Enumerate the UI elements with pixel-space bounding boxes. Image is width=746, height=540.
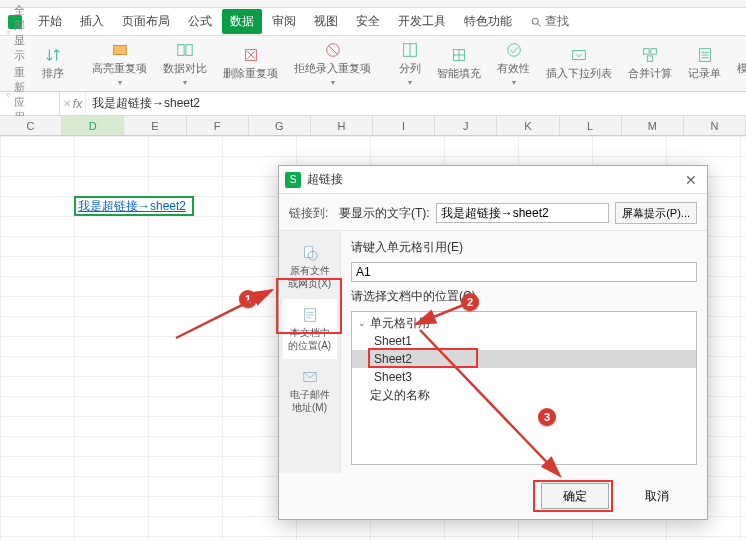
fx-button[interactable]: ✕fx [60,92,86,115]
globe-file-icon [301,244,319,262]
col-E[interactable]: E [124,116,186,135]
tree-node-sheet2[interactable]: Sheet2 [352,350,696,368]
column-headers: C D E F G H I J K L M N [0,116,746,136]
svg-rect-14 [573,51,586,60]
col-L[interactable]: L [560,116,622,135]
validity-icon [505,41,523,59]
show-all-button[interactable]: 全部显示 [6,3,32,63]
location-tree[interactable]: ⌄ 单元格引用 Sheet1 Sheet2 Sheet3 [351,311,697,465]
cellref-input[interactable] [351,262,697,282]
formula-bar: ✕fx 我是超链接→sheet2 [0,92,746,116]
cancel-x-icon: ✕ [63,98,71,109]
highlight-icon [111,41,129,59]
screen-tip-button[interactable]: 屏幕提示(P)... [615,202,697,224]
tree-sheet1-label: Sheet1 [374,334,412,348]
sort-label: 排序 [42,66,64,81]
split-button[interactable]: 分列▾ [393,39,427,89]
tree-node-cell-reference[interactable]: ⌄ 单元格引用 [352,314,696,332]
hyperlink-dialog: S 超链接 ✕ 链接到: 要显示的文字(T): 屏幕提示(P)... 原有文件 … [278,165,708,520]
tree-node-sheet3[interactable]: Sheet3 [352,368,696,386]
side-email-label-2: 地址(M) [292,401,327,414]
tab-formula[interactable]: 公式 [180,9,220,34]
tab-start[interactable]: 开始 [30,9,70,34]
ribbon-search[interactable]: 查找 [530,13,569,30]
close-icon: ✕ [685,172,697,188]
col-M[interactable]: M [622,116,684,135]
dialog-title: 超链接 [307,171,681,188]
reject-icon [324,41,342,59]
compare-icon [176,41,194,59]
col-I[interactable]: I [373,116,435,135]
cancel-button[interactable]: 取消 [623,483,691,509]
link-type-sidebar: 原有文件 或网页(X) 本文档中 的位置(A) 电子邮件 地址(M) [279,231,341,473]
col-J[interactable]: J [435,116,497,135]
col-D[interactable]: D [62,116,124,135]
data-compare-label: 数据对比 [163,61,207,76]
tree-node-defined-names[interactable]: 定义的名称 [352,386,696,404]
record-form-button[interactable]: 记录单 [682,44,727,83]
tree-root-label: 单元格引用 [370,315,430,332]
data-compare-button[interactable]: 数据对比▾ [157,39,213,89]
smartfill-icon [450,46,468,64]
tree-sheet3-label: Sheet3 [374,370,412,384]
dialog-footer: 确定 取消 [279,473,707,519]
dialog-right-panel: 请键入单元格引用(E) 请选择文档中的位置(C) ⌄ 单元格引用 Sheet1 … [341,231,707,473]
tab-security[interactable]: 安全 [348,9,388,34]
insert-dropdown-button[interactable]: 插入下拉列表 [540,44,618,83]
col-G[interactable]: G [249,116,311,135]
tab-insert[interactable]: 插入 [72,9,112,34]
annotation-circle-1: 1 [239,290,257,308]
show-text-input[interactable] [436,203,610,223]
close-button[interactable]: ✕ [681,170,701,190]
sim-analysis-label: 模拟分析 [737,61,746,76]
highlight-dup-label: 高亮重复项 [92,61,147,76]
col-F[interactable]: F [187,116,249,135]
smart-fill-button[interactable]: 智能填充 [431,44,487,83]
record-icon [696,46,714,64]
side-email[interactable]: 电子邮件 地址(M) [283,361,337,421]
name-box[interactable] [0,92,60,115]
split-label: 分列 [399,61,421,76]
col-K[interactable]: K [497,116,559,135]
reject-dup-label: 拒绝录入重复项 [294,61,371,76]
del-dup-label: 删除重复项 [223,66,278,81]
dialog-app-icon: S [285,172,301,188]
split-icon [401,41,419,59]
show-text-label: 要显示的文字(T): [339,205,430,222]
tab-review[interactable]: 审阅 [264,9,304,34]
insert-dropdown-label: 插入下拉列表 [546,66,612,81]
annotation-side-highlight [276,278,342,334]
tree-label: 请选择文档中的位置(C) [351,288,697,305]
tab-special[interactable]: 特色功能 [456,9,520,34]
sim-analysis-button[interactable]: 模拟分析▾ [731,39,746,89]
smart-fill-label: 智能填充 [437,66,481,81]
tab-view[interactable]: 视图 [306,9,346,34]
selected-cell-hyperlink[interactable]: 我是超链接→sheet2 [74,196,194,216]
search-icon [530,16,542,28]
del-dup-button[interactable]: 删除重复项 [217,44,284,83]
col-C[interactable]: C [0,116,62,135]
formula-content[interactable]: 我是超链接→sheet2 [86,95,746,112]
tab-data[interactable]: 数据 [222,9,262,34]
annotation-circle-3: 3 [538,408,556,426]
side-email-label-1: 电子邮件 [290,388,330,401]
svg-point-0 [532,18,538,24]
svg-rect-2 [113,45,126,54]
validity-button[interactable]: 有效性▾ [491,39,536,89]
col-N[interactable]: N [684,116,746,135]
delete-dup-icon [242,46,260,64]
show-all-label: 全部显示 [14,3,32,63]
svg-rect-15 [644,49,649,54]
col-H[interactable]: H [311,116,373,135]
tab-layout[interactable]: 页面布局 [114,9,178,34]
tree-node-sheet1[interactable]: Sheet1 [352,332,696,350]
sort-icon [44,46,62,64]
reject-dup-button[interactable]: 拒绝录入重复项▾ [288,39,377,89]
dialog-top-row: 链接到: 要显示的文字(T): 屏幕提示(P)... [279,194,707,230]
dialog-titlebar[interactable]: S 超链接 ✕ [279,166,707,194]
sort-button[interactable]: 排序 [36,44,70,83]
consolidate-button[interactable]: 合并计算 [622,44,678,83]
tree-sheet2-label: Sheet2 [374,352,412,366]
highlight-dup-button[interactable]: 高亮重复项▾ [86,39,153,89]
tab-dev[interactable]: 开发工具 [390,9,454,34]
